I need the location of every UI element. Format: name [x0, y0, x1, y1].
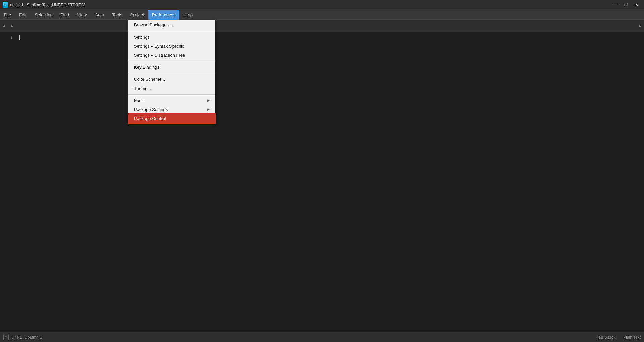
status-icon-symbol: ≡: [5, 335, 7, 339]
menu-package-control-label: Package Control: [134, 116, 166, 121]
line-number-1: 1: [0, 35, 13, 40]
separator-3: [128, 73, 215, 73]
menu-theme[interactable]: Theme...: [128, 84, 215, 93]
text-cursor: [19, 35, 20, 40]
tab-bar: ◂ ▸ ▸: [0, 20, 644, 32]
package-settings-submenu-arrow: ▶: [207, 107, 210, 112]
separator-1: [128, 31, 215, 31]
menu-preferences[interactable]: Preferences: [148, 10, 179, 20]
separator-2: [128, 61, 215, 61]
menu-settings-syntax-specific[interactable]: Settings – Syntax Specific: [128, 42, 215, 51]
menu-edit[interactable]: Edit: [15, 10, 31, 20]
menu-key-bindings-label: Key Bindings: [134, 65, 159, 70]
menu-color-scheme[interactable]: Color Scheme...: [128, 75, 215, 84]
menu-bar: File Edit Selection Find View Goto Tools…: [0, 10, 644, 20]
title-controls: — ❐ ✕: [610, 2, 641, 8]
menu-settings-distraction-free[interactable]: Settings – Distraction Free: [128, 51, 215, 60]
menu-help[interactable]: Help: [179, 10, 197, 20]
title-left: S untitled - Sublime Text (UNREGISTERED): [3, 2, 86, 8]
preferences-dropdown: Browse Packages... Settings Settings – S…: [128, 20, 215, 123]
tab-nav-left-button[interactable]: ◂: [0, 23, 8, 29]
menu-find[interactable]: Find: [57, 10, 73, 20]
menu-key-bindings[interactable]: Key Bindings: [128, 63, 215, 72]
menu-settings[interactable]: Settings: [128, 33, 215, 42]
title-bar: S untitled - Sublime Text (UNREGISTERED)…: [0, 0, 644, 10]
status-right: Tab Size: 4 Plain Text: [597, 335, 641, 340]
cursor-position: Line 1, Column 1: [11, 335, 42, 340]
close-button[interactable]: ✕: [632, 2, 641, 8]
status-bar: ≡ Line 1, Column 1 Tab Size: 4 Plain Tex…: [0, 332, 644, 342]
line-numbers: 1: [0, 32, 17, 332]
menu-color-scheme-label: Color Scheme...: [134, 77, 165, 82]
menu-tools[interactable]: Tools: [108, 10, 126, 20]
tab-nav-right-button[interactable]: ▸: [8, 23, 16, 29]
editor-area: 1: [0, 32, 644, 332]
menu-package-control[interactable]: Package Control: [128, 114, 215, 123]
status-left: ≡ Line 1, Column 1: [3, 335, 42, 340]
menu-settings-syntax-specific-label: Settings – Syntax Specific: [134, 44, 184, 49]
menu-package-settings-label: Package Settings: [134, 107, 168, 112]
menu-font[interactable]: Font ▶: [128, 96, 215, 105]
menu-selection[interactable]: Selection: [31, 10, 56, 20]
menu-settings-distraction-free-label: Settings – Distraction Free: [134, 53, 185, 58]
maximize-button[interactable]: ❐: [622, 2, 631, 8]
app-icon: S: [3, 2, 8, 8]
menu-font-label: Font: [134, 98, 143, 103]
editor-content[interactable]: [17, 32, 644, 332]
status-icon: ≡: [3, 335, 9, 340]
menu-browse-packages[interactable]: Browse Packages...: [128, 20, 215, 30]
menu-browse-packages-label: Browse Packages...: [134, 22, 172, 27]
menu-package-settings[interactable]: Package Settings ▶: [128, 105, 215, 114]
menu-file[interactable]: File: [0, 10, 15, 20]
svg-text:S: S: [3, 3, 6, 7]
font-submenu-arrow: ▶: [207, 98, 210, 103]
menu-theme-label: Theme...: [134, 86, 151, 91]
tab-size[interactable]: Tab Size: 4: [597, 335, 616, 340]
tab-scroll-right-button[interactable]: ▸: [636, 23, 644, 29]
menu-project[interactable]: Project: [126, 10, 148, 20]
window-title: untitled - Sublime Text (UNREGISTERED): [10, 3, 86, 7]
minimize-button[interactable]: —: [610, 2, 620, 8]
menu-goto[interactable]: Goto: [91, 10, 108, 20]
menu-view[interactable]: View: [73, 10, 91, 20]
menu-settings-label: Settings: [134, 35, 150, 40]
syntax-selector[interactable]: Plain Text: [623, 335, 641, 340]
separator-4: [128, 94, 215, 95]
